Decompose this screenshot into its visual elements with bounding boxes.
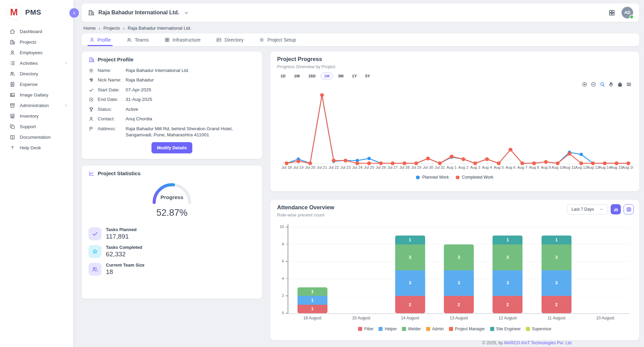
range-button-1d[interactable]: 1D <box>277 73 289 79</box>
store-icon <box>10 113 15 119</box>
star-icon <box>88 245 101 258</box>
breadcrumb-item-home[interactable]: Home <box>83 26 96 31</box>
brand-logo[interactable]: M PMS <box>0 0 73 25</box>
legend-item-fitter[interactable]: Fitter <box>358 327 373 331</box>
range-button-1m[interactable]: 1M <box>321 73 333 79</box>
bar-segment-fitter[interactable]: 2 <box>395 296 425 313</box>
stacked-bar-14-august[interactable]: 1332 <box>395 236 425 313</box>
right-column: Project Progress Progress Overview by Pr… <box>270 51 639 340</box>
legend-item-helper[interactable]: Helper <box>379 327 397 331</box>
bar-segment-welder[interactable]: 1 <box>297 287 327 296</box>
svg-text:Aug 3: Aug 3 <box>470 165 480 169</box>
legend-item-site-engineer[interactable]: Site Engineer <box>490 327 521 331</box>
building-icon <box>88 9 95 16</box>
bar-segment-site-engineer[interactable]: 1 <box>542 236 571 244</box>
sidebar-item-image-gallary[interactable]: Image Gallary <box>0 90 73 100</box>
progress-line-chart[interactable]: Jul 18Jul 19Jul 20Jul 21Jul 22Jul 23Jul … <box>277 86 633 171</box>
field-value: Anuj Chordia <box>126 116 255 122</box>
bar-segment-welder[interactable]: 3 <box>395 244 425 270</box>
svg-text:Aug 2: Aug 2 <box>458 165 469 169</box>
card-title: Project Statistics <box>98 170 141 177</box>
bar-segment-fitter[interactable]: 1 <box>297 305 327 313</box>
legend-label: Project Manager <box>455 327 485 331</box>
stacked-bar-12-august[interactable]: 1332 <box>493 236 522 313</box>
bar-segment-welder[interactable]: 3 <box>493 244 522 270</box>
sidebar-item-label: Expense <box>20 82 38 87</box>
bar-segment-welder[interactable]: 3 <box>444 244 474 270</box>
sidebar-item-directory[interactable]: Directory <box>0 69 73 79</box>
sidebar-collapse-button[interactable] <box>68 7 80 19</box>
range-button-3m[interactable]: 3M <box>335 73 347 79</box>
range-button-5y[interactable]: 5Y <box>362 73 373 79</box>
tab-infrastructure[interactable]: Infrastructure <box>164 33 200 46</box>
stat-label: Tasks Completed <box>106 245 142 250</box>
date-range-dropdown[interactable]: Last 7 Days <box>567 204 608 214</box>
x-axis-label: 13 August <box>434 316 483 320</box>
user-avatar[interactable]: AD <box>622 7 633 18</box>
sidebar-item-label: Administration <box>20 103 49 108</box>
tab-teams[interactable]: Teams <box>127 33 149 46</box>
svg-text:Jul 31: Jul 31 <box>435 165 445 169</box>
sidebar-item-dashboard[interactable]: Dashboard <box>0 26 73 37</box>
bar-segment-helper[interactable]: 1 <box>297 296 327 304</box>
sidebar-item-label: Activities <box>20 61 38 66</box>
sidebar-item-employees[interactable]: Employees <box>0 47 73 58</box>
legend-item-completed-work[interactable]: Completed Work <box>456 175 494 180</box>
attendance-overview-card: Attendance Overview Role-wise present co… <box>270 200 639 340</box>
chart-view-button[interactable] <box>611 204 621 214</box>
legend-item-admin[interactable]: Admin <box>426 327 444 331</box>
stacked-bar-16-august[interactable]: 111 <box>297 287 327 313</box>
profile-field-name: Name:Raja Bahadur International Ltd. <box>88 67 255 74</box>
legend-item-welder[interactable]: Welder <box>402 327 421 331</box>
tab-profile[interactable]: Profile <box>89 33 111 46</box>
tab-directory[interactable]: Directory <box>216 33 243 46</box>
bar-segment-helper[interactable]: 3 <box>395 270 425 296</box>
bar-segment-helper[interactable]: 3 <box>493 270 522 296</box>
bar-segment-welder[interactable]: 3 <box>542 244 571 270</box>
tab-project-setup[interactable]: Project Setup <box>259 33 296 46</box>
sidebar-item-label: Projects <box>20 40 36 45</box>
range-button-15d[interactable]: 15D <box>305 73 319 79</box>
bar-segment-site-engineer[interactable]: 1 <box>493 236 522 244</box>
sidebar-item-expense[interactable]: Expense <box>0 79 73 90</box>
svg-text:Jul 30: Jul 30 <box>423 165 433 169</box>
sidebar-item-activities[interactable]: Activities <box>0 58 73 69</box>
modify-details-button[interactable]: Modify Details <box>151 142 192 153</box>
svg-text:Jul 22: Jul 22 <box>328 165 339 169</box>
user-icon <box>89 37 95 43</box>
line-chart-svg[interactable]: Jul 18Jul 19Jul 20Jul 21Jul 22Jul 23Jul … <box>277 86 633 171</box>
flag-icon <box>88 126 94 132</box>
range-button-1w[interactable]: 1W <box>291 73 303 79</box>
sidebar-item-projects[interactable]: Projects <box>0 37 73 47</box>
legend-item-supervisor[interactable]: Supervisor <box>526 327 551 331</box>
legend-item-planned-work[interactable]: Planned Work <box>416 175 449 180</box>
range-button-1y[interactable]: 1Y <box>349 73 360 79</box>
field-value: 31-Aug-2025 <box>126 96 255 103</box>
bar-segment-fitter[interactable]: 2 <box>444 296 474 313</box>
bar-segment-helper[interactable]: 3 <box>542 270 571 296</box>
stacked-bar-13-august[interactable]: 332 <box>444 244 474 313</box>
bar-segment-fitter[interactable]: 2 <box>493 296 522 313</box>
breadcrumb-item-projects[interactable]: Projects <box>103 26 120 31</box>
table-view-button[interactable] <box>624 204 634 214</box>
bar-segment-site-engineer[interactable]: 1 <box>395 236 425 244</box>
bar-segment-helper[interactable]: 3 <box>444 270 474 296</box>
breadcrumb: Home›Projects›Raja Bahadur International… <box>83 26 639 31</box>
apps-grid-icon[interactable] <box>608 9 615 16</box>
company-selector[interactable]: Raja Bahadur International Ltd. <box>88 9 189 16</box>
y-axis-label: 4 <box>274 276 284 281</box>
sidebar-item-help-desk[interactable]: Help Desk <box>0 142 73 153</box>
sidebar-item-administration[interactable]: Administration <box>0 100 73 111</box>
book-icon <box>10 134 15 140</box>
stacked-bar-11-august[interactable]: 1332 <box>542 236 571 313</box>
attendance-bar-chart[interactable]: 0246810111133233213321332 <box>288 227 630 313</box>
legend-item-project-manager[interactable]: Project Manager <box>449 327 485 331</box>
footer-company-link[interactable]: MARCO AIoT Technologies Pvt. Ltd. <box>504 341 573 345</box>
archive-icon <box>10 103 15 108</box>
left-column: Project Profile Name:Raja Bahadur Intern… <box>82 51 262 340</box>
breadcrumb-separator: › <box>123 26 125 31</box>
sidebar-item-documentation[interactable]: Documentation <box>0 132 73 142</box>
sidebar-item-support[interactable]: Support <box>0 121 73 132</box>
bar-segment-fitter[interactable]: 2 <box>542 296 571 313</box>
sidebar-item-inventory[interactable]: Inventory <box>0 111 73 121</box>
